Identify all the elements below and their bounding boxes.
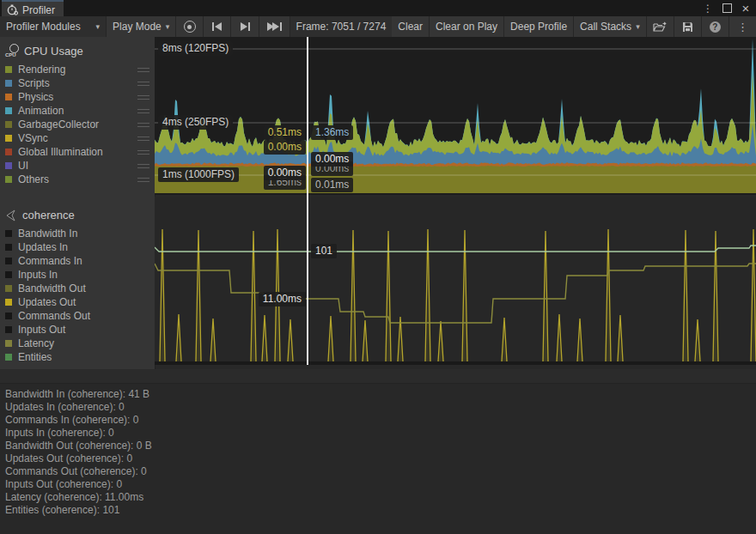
detail-line: Updates In (coherence): 0 bbox=[0, 401, 756, 414]
legend-item-inputs-out[interactable]: Inputs Out bbox=[0, 323, 155, 337]
legend-label: Rendering bbox=[18, 64, 65, 76]
legend-item-vsync[interactable]: VSync bbox=[0, 131, 155, 145]
frame-value-label: 0.01ms bbox=[311, 178, 353, 192]
legend-item-commands-in[interactable]: Commands In bbox=[0, 254, 155, 268]
save-icon bbox=[682, 21, 693, 33]
legend-item-animation[interactable]: Animation bbox=[0, 104, 155, 118]
legend-label: Inputs Out bbox=[18, 324, 65, 336]
dropdown-arrow-icon: ▾ bbox=[166, 22, 170, 31]
detail-line: Updates Out (coherence): 0 bbox=[0, 452, 756, 465]
legend-swatch bbox=[5, 80, 12, 87]
play-mode-dropdown[interactable]: Play Mode ▾ bbox=[107, 16, 176, 37]
clear-button[interactable]: Clear bbox=[392, 16, 430, 37]
legend-swatch bbox=[5, 94, 12, 100]
frame-value-label: 1.36ms bbox=[311, 125, 353, 140]
save-profile-button[interactable] bbox=[674, 16, 702, 37]
first-frame-button[interactable] bbox=[204, 16, 231, 37]
legend-swatch bbox=[5, 285, 12, 292]
legend-item-global-illumination[interactable]: Global Illumination bbox=[0, 145, 155, 159]
legend-item-physics[interactable]: Physics bbox=[0, 90, 155, 104]
legend-swatch bbox=[5, 149, 12, 155]
detail-line: Latency (coherence): 11.00ms bbox=[0, 491, 756, 504]
folder-open-icon bbox=[653, 21, 667, 33]
legend-label: Animation bbox=[18, 105, 64, 117]
profiler-modules-dropdown[interactable]: Profiler Modules ▾ bbox=[0, 16, 107, 37]
cpu-usage-chart[interactable]: 8ms (120FPS)4ms (250FPS)1ms (1000FPS)0.5… bbox=[155, 37, 756, 195]
drag-handle-icon[interactable] bbox=[137, 123, 149, 130]
coherence-module-header[interactable]: coherence bbox=[0, 202, 155, 227]
drag-handle-icon[interactable] bbox=[137, 164, 149, 171]
deep-profile-button[interactable]: Deep Profile bbox=[504, 16, 574, 37]
drag-handle-icon[interactable] bbox=[137, 109, 149, 116]
legend-item-commands-out[interactable]: Commands Out bbox=[0, 309, 155, 323]
drag-handle-icon[interactable] bbox=[137, 178, 149, 185]
clear-on-play-button[interactable]: Clear on Play bbox=[430, 16, 504, 37]
legend-item-bandwidth-out[interactable]: Bandwidth Out bbox=[0, 282, 155, 295]
chart-value-label: 11.00ms bbox=[259, 292, 306, 306]
legend-item-others[interactable]: Others bbox=[0, 173, 155, 186]
cpu-module-header[interactable]: CPU CPU Usage bbox=[0, 37, 155, 63]
grid-label: 1ms (1000FPS) bbox=[158, 167, 239, 182]
help-button[interactable]: ? bbox=[702, 16, 729, 37]
detail-line: Entities (coherence): 101 bbox=[0, 504, 756, 517]
legend-item-rendering[interactable]: Rendering bbox=[0, 63, 155, 76]
legend-label: Commands Out bbox=[18, 310, 90, 322]
grid-label: 8ms (120FPS) bbox=[158, 41, 233, 56]
dropdown-arrow-icon: ▾ bbox=[96, 22, 101, 31]
maximize-icon[interactable] bbox=[720, 2, 734, 15]
dropdown-arrow-icon: ▾ bbox=[636, 22, 640, 31]
legend-label: Bandwidth In bbox=[18, 228, 77, 240]
legend-swatch bbox=[5, 121, 12, 128]
legend-label: Latency bbox=[18, 337, 54, 349]
close-icon[interactable]: × bbox=[739, 2, 753, 15]
legend-item-ui[interactable]: UI bbox=[0, 159, 155, 173]
legend-swatch bbox=[5, 66, 12, 73]
current-frame-button[interactable] bbox=[259, 16, 290, 37]
legend-item-updates-out[interactable]: Updates Out bbox=[0, 295, 155, 309]
drag-handle-icon[interactable] bbox=[137, 137, 149, 143]
legend-item-latency[interactable]: Latency bbox=[0, 337, 155, 350]
drag-handle-icon[interactable] bbox=[137, 82, 149, 88]
call-stacks-dropdown[interactable]: Call Stacks ▾ bbox=[574, 16, 647, 37]
chart-value-label: 101 bbox=[311, 244, 337, 258]
legend-swatch bbox=[5, 299, 12, 306]
legend-item-updates-in[interactable]: Updates In bbox=[0, 240, 155, 254]
drag-handle-icon[interactable] bbox=[137, 68, 149, 75]
legend-label: Physics bbox=[18, 91, 53, 103]
last-frame-icon bbox=[267, 22, 282, 31]
context-menu-button[interactable]: ⋮ bbox=[729, 16, 756, 37]
legend-label: Updates In bbox=[18, 241, 68, 253]
legend-item-bandwidth-in[interactable]: Bandwidth In bbox=[0, 227, 155, 240]
legend-item-scripts[interactable]: Scripts bbox=[0, 76, 155, 90]
load-profile-button[interactable] bbox=[647, 16, 674, 37]
legend-item-entities[interactable]: Entities bbox=[0, 350, 155, 364]
legend-swatch bbox=[5, 135, 12, 142]
coherence-chart[interactable]: 10111.00ms bbox=[155, 197, 756, 365]
detail-line: Commands Out (coherence): 0 bbox=[0, 465, 756, 478]
drag-handle-icon[interactable] bbox=[137, 95, 149, 102]
legend-item-inputs-in[interactable]: Inputs In bbox=[0, 268, 155, 282]
playhead[interactable] bbox=[307, 37, 308, 365]
frame-value-label: 0.00ms bbox=[264, 140, 306, 155]
module-sidebar: CPU CPU Usage RenderingScriptsPhysicsAni… bbox=[0, 37, 155, 369]
legend-swatch bbox=[5, 230, 12, 237]
detail-line: Commands In (coherence): 0 bbox=[0, 414, 756, 427]
window-menu-icon[interactable]: ⋮ bbox=[701, 2, 715, 15]
coherence-logo-icon bbox=[5, 209, 17, 221]
record-button[interactable] bbox=[176, 16, 204, 37]
legend-label: GarbageCollector bbox=[18, 118, 99, 130]
legend-swatch bbox=[5, 271, 12, 278]
help-icon: ? bbox=[710, 21, 721, 33]
legend-label: Updates Out bbox=[18, 296, 76, 308]
tab-profiler[interactable]: Profiler bbox=[2, 0, 64, 18]
profiler-stopwatch-icon bbox=[7, 4, 18, 15]
next-frame-button[interactable] bbox=[231, 16, 259, 37]
drag-handle-icon[interactable] bbox=[137, 150, 149, 157]
legend-label: UI bbox=[18, 160, 28, 172]
legend-swatch bbox=[5, 326, 12, 333]
tab-title: Profiler bbox=[22, 4, 55, 16]
coherence-legend: Bandwidth InUpdates InCommands InInputs … bbox=[0, 227, 155, 364]
title-bar: Profiler ⋮ × bbox=[0, 0, 756, 16]
kebab-icon: ⋮ bbox=[737, 21, 748, 33]
legend-item-garbagecollector[interactable]: GarbageCollector bbox=[0, 118, 155, 131]
